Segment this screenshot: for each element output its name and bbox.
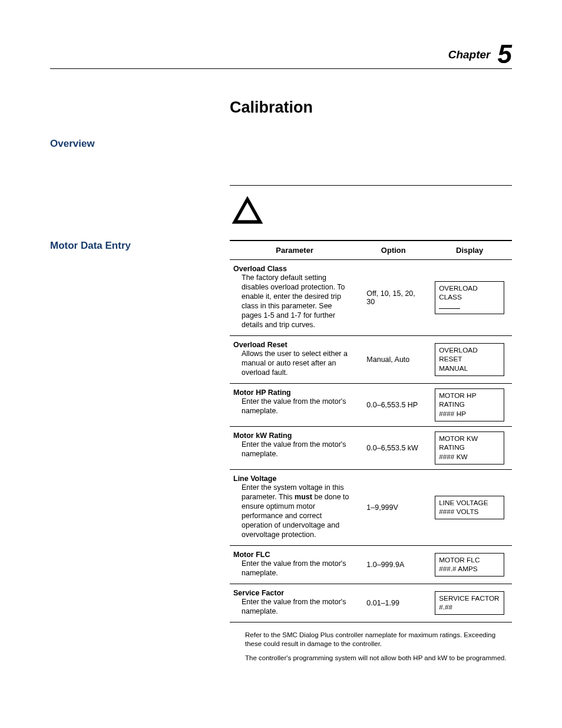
display-cell: OVERLOAD CLASS bbox=[427, 260, 512, 336]
attention-triangle-icon bbox=[230, 194, 512, 228]
parameter-name: Overload Reset bbox=[233, 341, 287, 349]
display-line2: ###.# AMPS bbox=[439, 565, 500, 574]
table-row: Overload ClassThe factory default settin… bbox=[230, 260, 512, 336]
display-line2: #### VOLTS bbox=[439, 508, 500, 516]
display-readout: SERVICE FACTOR#.## bbox=[435, 591, 504, 615]
display-readout: MOTOR FLC###.# AMPS bbox=[435, 553, 504, 577]
option-cell: 0.01–1.99 bbox=[359, 584, 427, 622]
col-header-option: Option bbox=[359, 241, 427, 260]
chapter-number: 5 bbox=[498, 39, 512, 68]
display-line2: #### HP bbox=[439, 410, 500, 419]
table-row: Service FactorEnter the value from the m… bbox=[230, 584, 512, 622]
table-row: Motor kW RatingEnter the value from the … bbox=[230, 426, 512, 469]
display-cell: SERVICE FACTOR#.## bbox=[427, 584, 512, 622]
display-line2 bbox=[439, 302, 500, 311]
parameter-cell: Overload ClassThe factory default settin… bbox=[230, 260, 359, 336]
display-line1: SERVICE FACTOR bbox=[439, 594, 500, 602]
parameter-table: Parameter Option Display Overload ClassT… bbox=[230, 240, 512, 622]
attention-rule bbox=[230, 185, 512, 186]
page-title: Calibration bbox=[230, 98, 512, 117]
parameter-description: Enter the system voltage in this paramet… bbox=[242, 483, 353, 539]
section-overview-heading: Overview bbox=[50, 138, 230, 150]
parameter-name: Motor FLC bbox=[233, 551, 270, 559]
display-cell: MOTOR HP RATING#### HP bbox=[427, 384, 512, 427]
parameter-description: Allows the user to select either a manua… bbox=[242, 349, 353, 377]
footnote-2: The controller's programming system will… bbox=[245, 654, 512, 663]
display-readout: LINE VOLTAGE#### VOLTS bbox=[435, 496, 504, 520]
table-row: Motor FLCEnter the value from the motor'… bbox=[230, 545, 512, 584]
display-line1: OVERLOAD RESET bbox=[439, 346, 478, 363]
parameter-cell: Motor FLCEnter the value from the motor'… bbox=[230, 545, 359, 584]
parameter-description: Enter the value from the motor's namepla… bbox=[242, 559, 353, 578]
parameter-description: Enter the value from the motor's namepla… bbox=[242, 440, 353, 459]
table-row: Line VoltageEnter the system voltage in … bbox=[230, 469, 512, 545]
parameter-name: Line Voltage bbox=[233, 475, 276, 483]
display-line1: MOTOR HP RATING bbox=[439, 391, 476, 409]
parameter-name: Overload Class bbox=[233, 265, 287, 273]
option-cell: 1–9,999V bbox=[359, 469, 427, 545]
display-cell: MOTOR KW RATING#### KW bbox=[427, 426, 512, 469]
display-readout: MOTOR HP RATING#### HP bbox=[435, 388, 504, 421]
section-motor-data-entry-heading: Motor Data Entry bbox=[50, 240, 230, 252]
parameter-name: Motor kW Rating bbox=[233, 431, 292, 440]
display-line2: MANUAL bbox=[439, 364, 500, 373]
display-line2: #.## bbox=[439, 603, 500, 612]
display-line1: MOTOR KW RATING bbox=[439, 434, 478, 452]
col-header-display: Display bbox=[427, 241, 512, 260]
footnote-1: Refer to the SMC Dialog Plus controller … bbox=[245, 631, 512, 649]
parameter-name: Service Factor bbox=[233, 589, 284, 597]
display-cell: MOTOR FLC###.# AMPS bbox=[427, 545, 512, 584]
option-cell: 0.0–6,553.5 kW bbox=[359, 426, 427, 469]
parameter-name: Motor HP Rating bbox=[233, 388, 291, 397]
display-readout: OVERLOAD CLASS bbox=[435, 281, 504, 314]
option-cell: Off, 10, 15, 20, 30 bbox=[359, 260, 427, 336]
parameter-description: Enter the value from the motor's namepla… bbox=[242, 597, 353, 616]
table-row: Overload ResetAllows the user to select … bbox=[230, 336, 512, 384]
display-cell: OVERLOAD RESETMANUAL bbox=[427, 336, 512, 384]
parameter-cell: Overload ResetAllows the user to select … bbox=[230, 336, 359, 384]
display-readout: OVERLOAD RESETMANUAL bbox=[435, 343, 504, 376]
table-row: Motor HP RatingEnter the value from the … bbox=[230, 384, 512, 427]
display-line1: MOTOR FLC bbox=[439, 556, 480, 564]
parameter-description: Enter the value from the motor's namepla… bbox=[242, 397, 353, 416]
parameter-cell: Service FactorEnter the value from the m… bbox=[230, 584, 359, 622]
option-cell: 1.0–999.9A bbox=[359, 545, 427, 584]
option-cell: Manual, Auto bbox=[359, 336, 427, 384]
display-line1: OVERLOAD CLASS bbox=[439, 284, 478, 301]
display-readout: MOTOR KW RATING#### KW bbox=[435, 431, 504, 465]
chapter-label: Chapter bbox=[448, 48, 491, 61]
display-line1: LINE VOLTAGE bbox=[439, 499, 488, 507]
header-rule bbox=[50, 68, 512, 69]
parameter-cell: Motor kW RatingEnter the value from the … bbox=[230, 426, 359, 469]
footnotes: Refer to the SMC Dialog Plus controller … bbox=[230, 631, 512, 663]
parameter-description: The factory default setting disables ove… bbox=[242, 273, 353, 330]
parameter-cell: Motor HP RatingEnter the value from the … bbox=[230, 384, 359, 427]
chapter-heading: Chapter5 bbox=[50, 41, 512, 67]
display-line2: #### KW bbox=[439, 453, 500, 462]
col-header-parameter: Parameter bbox=[230, 241, 359, 260]
option-cell: 0.0–6,553.5 HP bbox=[359, 384, 427, 427]
parameter-cell: Line VoltageEnter the system voltage in … bbox=[230, 469, 359, 545]
display-cell: LINE VOLTAGE#### VOLTS bbox=[427, 469, 512, 545]
